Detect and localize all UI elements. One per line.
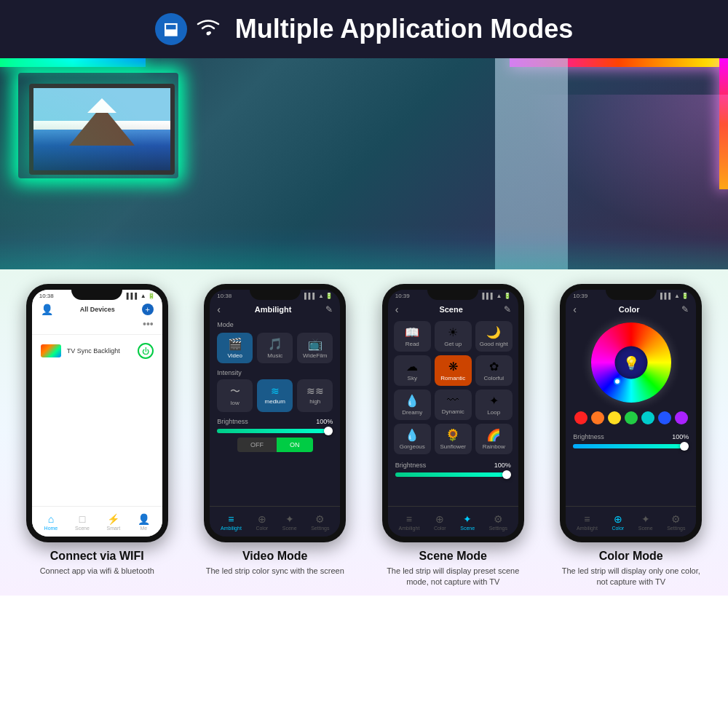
nav-scene[interactable]: □ Scene [75, 513, 90, 531]
scene-loop[interactable]: ✦ Loop [475, 389, 513, 420]
nav-ambilight-p4[interactable]: ≡ Ambilight [577, 513, 598, 531]
add-device-button[interactable]: + [142, 304, 154, 315]
phone-1-notch [71, 284, 122, 300]
edit-icon[interactable]: ✎ [325, 304, 333, 314]
nav-settings-p3[interactable]: ⚙ Settings [489, 513, 507, 531]
swatch-cyan[interactable] [641, 411, 654, 424]
intensity-medium[interactable]: ≋ medium [257, 379, 293, 412]
scene-read[interactable]: 📖 Read [394, 321, 431, 352]
dreamy-label: Dreamy [402, 409, 422, 416]
p4-brightness-slider[interactable] [573, 444, 689, 448]
me-icon: 👤 [138, 513, 150, 525]
swatch-red[interactable] [574, 411, 587, 424]
nav-color-p4[interactable]: ⊕ Color [612, 513, 624, 531]
scene-icon-p4: ✦ [641, 513, 650, 525]
video-mode-label: Video [228, 352, 242, 359]
p4-brightness-value: 100% [672, 433, 689, 440]
mode-music[interactable]: 🎵 Music [257, 333, 293, 363]
nav-smart[interactable]: ⚡ Smart [107, 513, 121, 531]
scene-gorgeous[interactable]: 💧 Gorgeous [394, 424, 431, 454]
p2-mode-label: Mode [210, 318, 340, 330]
scene-romantic[interactable]: ❋ Romantic [435, 355, 472, 386]
p4-brightness-label: Brightness [573, 433, 604, 440]
p3-brightness-row: Brightness 100% [388, 457, 518, 470]
power-button[interactable]: ⏻ [138, 343, 154, 359]
getup-icon: ☀ [448, 325, 458, 339]
scene-icon: □ [79, 513, 85, 525]
nav-home[interactable]: ⌂ Home [44, 513, 58, 531]
nav-color-label: Color [256, 526, 268, 531]
divider [32, 334, 162, 335]
color-swatches [566, 407, 696, 429]
color-wheel[interactable]: 💡 [591, 323, 671, 403]
scene-goodnight[interactable]: 🌙 Good night [475, 321, 513, 352]
scene-rainbow[interactable]: 🌈 Rainbow [475, 424, 513, 454]
nav-settings-p4[interactable]: ⚙ Settings [667, 513, 685, 531]
phones-section: 10:38 ▌▌▌ ▲ 🔋 👤 All Devices + ••• [0, 269, 728, 596]
swatch-yellow[interactable] [608, 411, 621, 424]
phone-3-nav: ≡ Ambilight ⊕ Color ✦ Scene ⚙ Settings [388, 506, 518, 537]
nav-ambilight-p4-label: Ambilight [577, 526, 598, 531]
nav-scene-p2[interactable]: ✦ Scene [282, 513, 297, 531]
device-row[interactable]: TV Sync Backlight ⏻ [32, 337, 162, 365]
intensity-high[interactable]: ≋≋ high [297, 379, 333, 412]
phone-4-notch [606, 284, 657, 300]
swatch-blue[interactable] [658, 411, 671, 424]
toggle-off-button[interactable]: OFF [237, 438, 277, 452]
nav-scene-p4[interactable]: ✦ Scene [638, 513, 653, 531]
phone-col-1: 10:38 ▌▌▌ ▲ 🔋 👤 All Devices + ••• [17, 284, 177, 577]
scene-getup[interactable]: ☀ Get up [435, 321, 472, 352]
nav-color[interactable]: ⊕ Color [256, 513, 268, 531]
nav-settings-label: Settings [311, 526, 329, 531]
read-icon: 📖 [405, 325, 419, 339]
settings-icon-p3: ⚙ [494, 513, 503, 525]
header-icons: ⬓ [155, 13, 222, 45]
color-wheel-container[interactable]: 💡 [566, 318, 696, 407]
color-wheel-center: 💡 [614, 347, 647, 379]
phone-4-time: 10:39 [573, 293, 587, 299]
gorgeous-icon: 💧 [405, 428, 419, 442]
p4-edit-icon[interactable]: ✎ [681, 304, 689, 314]
mode-video[interactable]: 🎬 Video [217, 333, 253, 363]
swatch-green[interactable] [625, 411, 638, 424]
nav-home-label: Home [44, 526, 58, 531]
color-selector [614, 378, 621, 385]
gorgeous-label: Gorgeous [400, 443, 425, 450]
swatch-purple[interactable] [675, 411, 688, 424]
nav-ambilight-p3-label: Ambilight [399, 526, 420, 531]
phone-2-status-right: ▌▌▌ ▲ 🔋 [304, 293, 333, 299]
p2-toggle: OFF ON [217, 438, 333, 452]
nav-color-p3-label: Color [434, 526, 446, 531]
mode-widefilm[interactable]: 📺 WideFilm [297, 333, 333, 363]
p2-brightness-row: Brightness 100% [210, 414, 340, 427]
p3-title: Scene [439, 305, 462, 314]
p3-back-button[interactable]: ‹ [395, 304, 399, 315]
scene-sky[interactable]: ☁ Sky [394, 355, 431, 386]
nav-me[interactable]: 👤 Me [138, 513, 150, 531]
scene-dreamy[interactable]: 💧 Dreamy [394, 389, 431, 420]
swatch-orange[interactable] [591, 411, 604, 424]
toggle-on-button[interactable]: ON [277, 438, 313, 452]
phone-2-label: Video Mode The led strip color sync with… [206, 550, 344, 577]
back-button[interactable]: ‹ [217, 304, 221, 315]
p3-brightness-slider[interactable] [395, 472, 511, 477]
nav-ambilight[interactable]: ≡ Ambilight [221, 513, 242, 531]
phone-4-mode-name: Color Mode [558, 550, 704, 563]
p4-back-button[interactable]: ‹ [573, 304, 577, 315]
scene-dynamic[interactable]: 〰 Dynamic [435, 389, 472, 420]
nav-ambilight-p3[interactable]: ≡ Ambilight [399, 513, 420, 531]
more-options-icon[interactable]: ••• [143, 318, 154, 330]
dynamic-label: Dynamic [442, 408, 464, 415]
p3-edit-icon[interactable]: ✎ [504, 304, 511, 314]
scene-sunflower[interactable]: 🌻 Sunflower [435, 424, 472, 454]
intensity-low[interactable]: 〜 low [217, 379, 253, 412]
slider-thumb [324, 427, 333, 435]
user-icon: 👤 [41, 304, 53, 315]
nav-scene-p3[interactable]: ✦ Scene [460, 513, 475, 531]
brightness-slider[interactable] [217, 429, 333, 433]
wifi-status-icon: ▲ [141, 293, 146, 299]
nav-settings[interactable]: ⚙ Settings [311, 513, 329, 531]
loop-label: Loop [487, 409, 500, 416]
nav-color-p3[interactable]: ⊕ Color [434, 513, 446, 531]
scene-colorful[interactable]: ✿ Colorful [475, 355, 513, 386]
